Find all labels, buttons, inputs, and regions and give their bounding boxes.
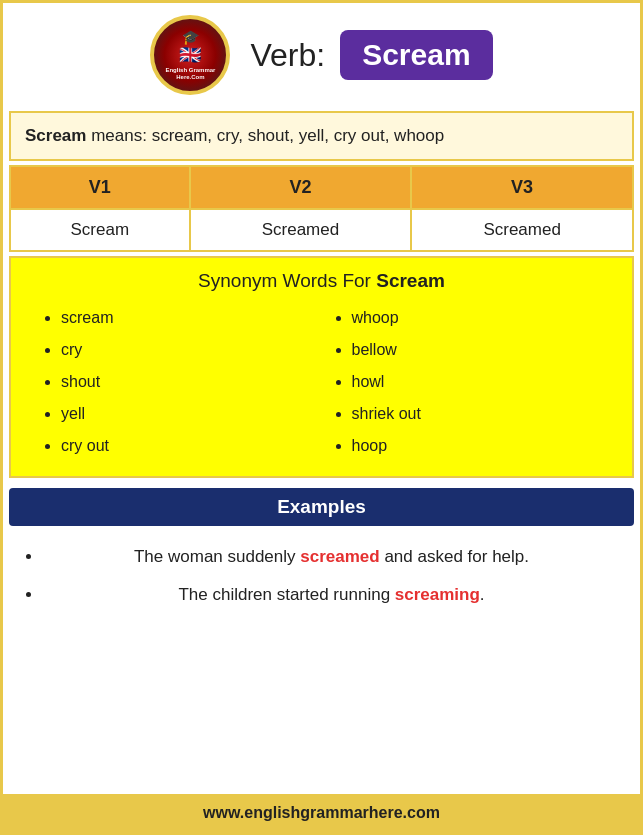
synonym-item: shriek out: [352, 398, 613, 430]
synonyms-section: Synonym Words For Scream scream cry shou…: [9, 256, 634, 478]
verb-label: Verb:: [250, 37, 325, 74]
synonyms-title-bold: Scream: [376, 270, 445, 291]
synonym-item: howl: [352, 366, 613, 398]
example-1-highlight: screamed: [300, 547, 379, 566]
means-section: Scream means: scream, cry, shout, yell, …: [9, 111, 634, 161]
synonyms-title: Synonym Words For Scream: [31, 270, 612, 292]
footer-text: www.englishgrammarhere.com: [203, 804, 440, 821]
examples-header: Examples: [9, 488, 634, 526]
logo-inner: 🎓 🇬🇧 English GrammarHere.Com: [165, 29, 215, 82]
table-header-v1: V1: [10, 166, 190, 209]
example-2-highlight: screaming: [395, 585, 480, 604]
synonym-item: shout: [61, 366, 322, 398]
example-2-before: The children started running: [178, 585, 394, 604]
word-badge: Scream: [340, 30, 492, 80]
example-1-before: The woman suddenly: [134, 547, 300, 566]
example-item-1: The woman suddenly screamed and asked fo…: [43, 542, 620, 573]
logo-hat-icon: 🎓: [182, 29, 199, 46]
table-header-v3: V3: [411, 166, 633, 209]
example-1-after: and asked for help.: [380, 547, 529, 566]
example-item-2: The children started running screaming.: [43, 580, 620, 611]
table-cell-v1: Scream: [10, 209, 190, 251]
example-2-after: .: [480, 585, 485, 604]
table-cell-v2: Screamed: [190, 209, 412, 251]
header-title-area: Verb: Scream: [250, 30, 492, 80]
synonyms-title-prefix: Synonym Words For: [198, 270, 376, 291]
synonym-item: cry out: [61, 430, 322, 462]
synonyms-col2: whoop bellow howl shriek out hoop: [322, 302, 613, 462]
footer: www.englishgrammarhere.com: [3, 794, 640, 832]
means-text: means: scream, cry, shout, yell, cry out…: [86, 126, 444, 145]
synonym-item: scream: [61, 302, 322, 334]
table-cell-v3: Screamed: [411, 209, 633, 251]
synonym-item: bellow: [352, 334, 613, 366]
verb-table: V1 V2 V3 Scream Screamed Screamed: [9, 165, 634, 252]
synonym-item: yell: [61, 398, 322, 430]
synonym-item: whoop: [352, 302, 613, 334]
header: 🎓 🇬🇧 English GrammarHere.Com Verb: Screa…: [3, 3, 640, 107]
logo: 🎓 🇬🇧 English GrammarHere.Com: [150, 15, 230, 95]
logo-text: English GrammarHere.Com: [165, 67, 215, 81]
means-bold-word: Scream: [25, 126, 86, 145]
synonym-item: hoop: [352, 430, 613, 462]
examples-list: The woman suddenly screamed and asked fo…: [3, 530, 640, 631]
synonym-item: cry: [61, 334, 322, 366]
table-header-v2: V2: [190, 166, 412, 209]
logo-flag-icon: 🇬🇧: [179, 45, 201, 67]
synonyms-col1: scream cry shout yell cry out: [31, 302, 322, 462]
synonyms-grid: scream cry shout yell cry out whoop bell…: [31, 302, 612, 462]
